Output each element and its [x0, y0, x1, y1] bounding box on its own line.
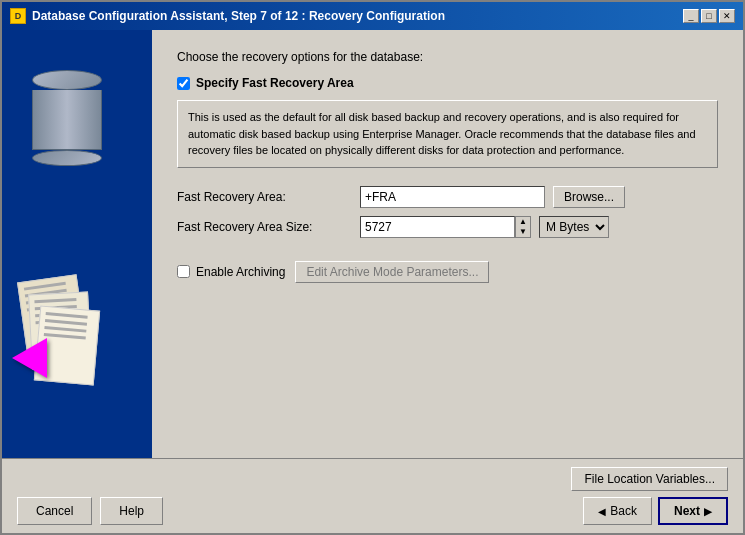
spinner-up-button[interactable]: ▲	[516, 217, 530, 227]
size-spinner: ▲ ▼	[515, 216, 531, 238]
browse-button[interactable]: Browse...	[553, 186, 625, 208]
file-location-button[interactable]: File Location Variables...	[571, 467, 728, 491]
description-text: This is used as the default for all disk…	[177, 100, 718, 168]
app-icon: D	[10, 8, 26, 24]
fast-recovery-checkbox-row: Specify Fast Recovery Area	[177, 76, 718, 90]
fast-recovery-checkbox[interactable]	[177, 77, 190, 90]
main-window: D Database Configuration Assistant, Step…	[0, 0, 745, 535]
back-button[interactable]: ◀ Back	[583, 497, 652, 525]
next-button[interactable]: Next ▶	[658, 497, 728, 525]
fast-recovery-area-label: Fast Recovery Area:	[177, 190, 352, 204]
nav-right-buttons: ◀ Back Next ▶	[583, 497, 728, 525]
enable-archiving-label[interactable]: Enable Archiving	[196, 265, 285, 279]
arrow-icon	[12, 338, 47, 378]
fast-recovery-area-input[interactable]	[360, 186, 545, 208]
close-button[interactable]: ✕	[719, 9, 735, 23]
fast-recovery-size-row: Fast Recovery Area Size: ▲ ▼ M Bytes G B…	[177, 216, 718, 238]
spinner-down-button[interactable]: ▼	[516, 227, 530, 237]
navigation-row: Cancel Help ◀ Back Next ▶	[17, 497, 728, 525]
right-panel: Choose the recovery options for the data…	[152, 30, 743, 458]
help-button[interactable]: Help	[100, 497, 163, 525]
cancel-button[interactable]: Cancel	[17, 497, 92, 525]
restore-button[interactable]: □	[701, 9, 717, 23]
bottom-bar: File Location Variables... Cancel Help ◀…	[2, 458, 743, 533]
enable-archiving-checkbox[interactable]	[177, 265, 190, 278]
archive-checkbox-row: Enable Archiving	[177, 265, 285, 279]
content-area: Choose the recovery options for the data…	[2, 30, 743, 458]
fast-recovery-size-input[interactable]	[360, 216, 515, 238]
minimize-button[interactable]: _	[683, 9, 699, 23]
fast-recovery-area-row: Fast Recovery Area: Browse...	[177, 186, 718, 208]
edit-archive-mode-button[interactable]: Edit Archive Mode Parameters...	[295, 261, 489, 283]
window-title: Database Configuration Assistant, Step 7…	[32, 9, 445, 23]
back-arrow-icon: ◀	[598, 506, 606, 517]
fast-recovery-size-label: Fast Recovery Area Size:	[177, 220, 352, 234]
size-units-select[interactable]: M Bytes G Bytes	[539, 216, 609, 238]
prompt-text: Choose the recovery options for the data…	[177, 50, 718, 64]
title-buttons: _ □ ✕	[683, 9, 735, 23]
database-cylinder-icon	[32, 70, 102, 150]
title-bar: D Database Configuration Assistant, Step…	[2, 2, 743, 30]
back-button-label: Back	[610, 504, 637, 518]
archiving-row: Enable Archiving Edit Archive Mode Param…	[177, 261, 718, 283]
next-arrow-icon: ▶	[704, 506, 712, 517]
nav-left-buttons: Cancel Help	[17, 497, 163, 525]
size-input-group: ▲ ▼	[360, 216, 531, 238]
left-panel-illustration	[2, 30, 152, 458]
left-panel	[2, 30, 152, 458]
file-location-row: File Location Variables...	[17, 467, 728, 491]
fast-recovery-checkbox-label[interactable]: Specify Fast Recovery Area	[196, 76, 354, 90]
next-button-label: Next	[674, 504, 700, 518]
